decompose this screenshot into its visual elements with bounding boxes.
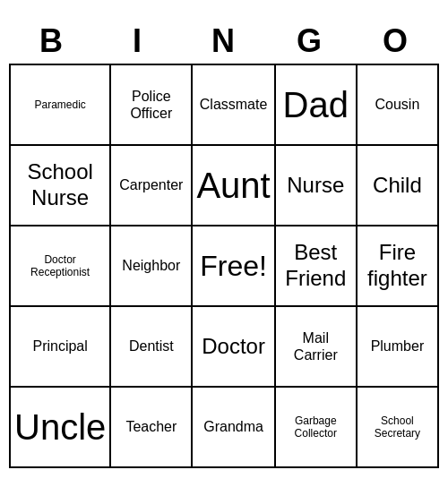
bingo-cell-r4-c1: Teacher — [111, 388, 193, 468]
bingo-cell-text-r3-c2: Doctor — [202, 334, 265, 360]
bingo-cell-text-r0-c4: Cousin — [375, 96, 420, 113]
bingo-card: BINGO ParamedicPolice OfficerClassmateDa… — [9, 19, 439, 468]
bingo-cell-r4-c4: School Secretary — [358, 388, 439, 468]
bingo-cell-text-r2-c4: Fire fighter — [361, 240, 434, 292]
bingo-cell-text-r4-c2: Grandma — [203, 418, 263, 435]
bingo-cell-r2-c1: Neighbor — [111, 226, 193, 307]
bingo-cell-text-r3-c4: Plumber — [371, 337, 425, 355]
bingo-cell-text-r0-c1: Police Officer — [115, 88, 187, 122]
bingo-cell-r3-c0: Principal — [11, 307, 111, 388]
header-letter-B: B — [9, 19, 95, 64]
bingo-cell-text-r1-c0: School Nurse — [14, 159, 106, 211]
bingo-cell-r1-c4: Child — [358, 146, 439, 226]
bingo-cell-text-r2-c0: Doctor Receptionist — [14, 253, 106, 279]
bingo-cell-r3-c3: Mail Carrier — [276, 307, 358, 388]
bingo-cell-r2-c0: Doctor Receptionist — [11, 226, 111, 307]
bingo-cell-r0-c1: Police Officer — [111, 65, 193, 146]
bingo-cell-r0-c4: Cousin — [358, 65, 439, 146]
bingo-cell-text-r1-c2: Aunt — [196, 164, 270, 207]
bingo-cell-text-r3-c0: Principal — [32, 337, 87, 355]
bingo-cell-text-r4-c1: Teacher — [125, 418, 177, 435]
bingo-cell-r2-c2: Free! — [193, 226, 275, 307]
bingo-cell-r0-c3: Dad — [276, 65, 358, 146]
bingo-cell-text-r1-c4: Child — [373, 173, 422, 199]
bingo-cell-text-r3-c3: Mail Carrier — [280, 329, 352, 363]
bingo-header: BINGO — [9, 19, 439, 64]
bingo-cell-text-r1-c3: Nurse — [287, 173, 344, 199]
bingo-cell-r3-c1: Dentist — [111, 307, 193, 388]
bingo-cell-text-r3-c1: Dentist — [129, 337, 174, 355]
bingo-cell-r1-c1: Carpenter — [111, 146, 193, 226]
bingo-cell-r4-c0: Uncle — [11, 388, 111, 468]
bingo-cell-text-r1-c1: Carpenter — [119, 176, 183, 193]
bingo-cell-text-r4-c0: Uncle — [14, 406, 106, 449]
bingo-cell-text-r2-c1: Neighbor — [122, 257, 180, 274]
bingo-cell-text-r0-c2: Classmate — [200, 96, 268, 113]
header-letter-N: N — [181, 19, 267, 64]
bingo-cell-r1-c0: School Nurse — [11, 146, 111, 226]
bingo-cell-text-r2-c2: Free! — [200, 249, 267, 283]
bingo-cell-text-r2-c3: Best Friend — [280, 240, 352, 292]
bingo-cell-r3-c4: Plumber — [358, 307, 439, 388]
header-letter-I: I — [95, 19, 181, 64]
bingo-cell-r3-c2: Doctor — [193, 307, 275, 388]
bingo-cell-r0-c0: Paramedic — [11, 65, 111, 146]
bingo-grid: ParamedicPolice OfficerClassmateDadCousi… — [9, 64, 439, 468]
bingo-cell-r4-c3: Garbage Collector — [276, 388, 358, 468]
bingo-cell-r2-c4: Fire fighter — [358, 226, 439, 307]
bingo-cell-text-r0-c3: Dad — [283, 83, 349, 126]
bingo-cell-r1-c2: Aunt — [193, 146, 275, 226]
bingo-cell-r1-c3: Nurse — [276, 146, 358, 226]
bingo-cell-r0-c2: Classmate — [193, 65, 275, 146]
bingo-cell-r4-c2: Grandma — [193, 388, 275, 468]
header-letter-O: O — [353, 19, 439, 64]
bingo-cell-text-r0-c0: Paramedic — [34, 98, 85, 111]
bingo-cell-r2-c3: Best Friend — [276, 226, 358, 307]
bingo-cell-text-r4-c4: School Secretary — [361, 414, 434, 440]
bingo-cell-text-r4-c3: Garbage Collector — [280, 414, 352, 440]
header-letter-G: G — [267, 19, 353, 64]
